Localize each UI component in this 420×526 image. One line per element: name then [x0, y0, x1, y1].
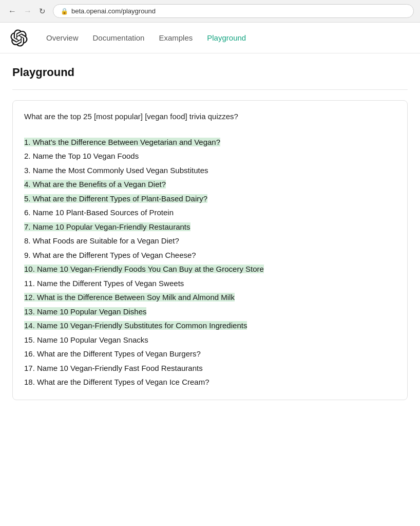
- list-item: 6. Name 10 Plant-Based Sources of Protei…: [24, 205, 396, 220]
- nav-playground[interactable]: Playground: [207, 33, 246, 42]
- divider: [12, 89, 408, 90]
- nav-examples[interactable]: Examples: [159, 33, 193, 42]
- nav-documentation[interactable]: Documentation: [93, 33, 145, 42]
- browser-chrome: ← → ↻ 🔒 beta.openai.com/playground: [0, 0, 420, 23]
- site-nav: Overview Documentation Examples Playgrou…: [46, 33, 246, 42]
- lock-icon: 🔒: [61, 8, 68, 15]
- forward-button[interactable]: →: [22, 6, 34, 16]
- list-item: 15. Name 10 Popular Vegan Snacks: [24, 333, 396, 347]
- results-list: 1. What's the Difference Between Vegetar…: [24, 135, 396, 389]
- list-item: 2. Name the Top 10 Vegan Foods: [24, 149, 396, 163]
- nav-overview[interactable]: Overview: [46, 33, 79, 42]
- browser-nav-buttons: ← → ↻: [6, 6, 48, 17]
- prompt-text: What are the top 25 [most popular] [vega…: [24, 111, 396, 123]
- list-item: 16. What are the Different Types of Vega…: [24, 347, 396, 361]
- list-item: 1. What's the Difference Between Vegetar…: [24, 135, 396, 149]
- address-bar[interactable]: 🔒 beta.openai.com/playground: [53, 4, 414, 18]
- list-item: 17. Name 10 Vegan-Friendly Fast Food Res…: [24, 361, 396, 375]
- list-item: 7. Name 10 Popular Vegan-Friendly Restau…: [24, 220, 396, 234]
- list-item: 14. Name 10 Vegan-Friendly Substitutes f…: [24, 318, 396, 333]
- list-item: 11. Name the Different Types of Vegan Sw…: [24, 276, 396, 291]
- list-item: 9. What are the Different Types of Vegan…: [24, 248, 396, 262]
- list-item: 8. What Foods are Suitable for a Vegan D…: [24, 234, 396, 248]
- url-text: beta.openai.com/playground: [71, 7, 156, 15]
- site-header: Overview Documentation Examples Playgrou…: [0, 23, 420, 53]
- list-item: 5. What are the Different Types of Plant…: [24, 192, 396, 206]
- list-item: 4. What are the Benefits of a Vegan Diet…: [24, 177, 396, 192]
- page-title: Playground: [12, 66, 408, 79]
- list-item: 10. Name 10 Vegan-Friendly Foods You Can…: [24, 262, 396, 276]
- reload-button[interactable]: ↻: [37, 6, 48, 17]
- list-item: 3. Name the Most Commonly Used Vegan Sub…: [24, 163, 396, 178]
- list-item: 13. Name 10 Popular Vegan Dishes: [24, 305, 396, 319]
- openai-logo: [10, 29, 28, 47]
- back-button[interactable]: ←: [6, 6, 18, 16]
- list-item: 12. What is the Difference Between Soy M…: [24, 290, 396, 305]
- list-item: 18. What are the Different Types of Vega…: [24, 375, 396, 389]
- page-content: Playground What are the top 25 [most pop…: [0, 53, 420, 400]
- playground-card[interactable]: What are the top 25 [most popular] [vega…: [12, 100, 408, 400]
